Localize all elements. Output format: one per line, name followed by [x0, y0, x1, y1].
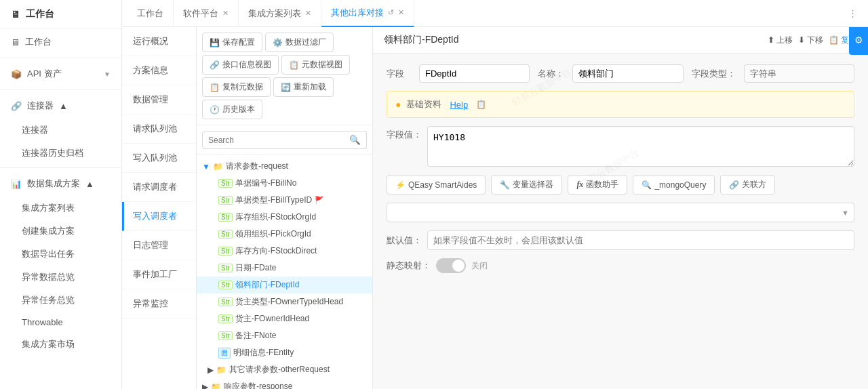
- tree-item-fstockdirect[interactable]: Str 库存方向-FStockDirect: [197, 243, 372, 260]
- expand-icon: ▶: [208, 365, 214, 375]
- tab-workbench[interactable]: 工作台: [127, 0, 174, 27]
- tree-folder-request[interactable]: ▼ 📁 请求参数-request: [197, 158, 372, 175]
- left-nav-write-queue[interactable]: 写入队列池: [122, 144, 196, 173]
- right-panel: 领料部门-FDeptId ⬆ 上移 ⬇ 下移 📋 复制: [373, 27, 868, 389]
- tree-area: ▼ 📁 请求参数-request Str 单据编号-FBillNo Str 单据…: [197, 155, 372, 389]
- tree-item-fnote[interactable]: Str 备注-FNote: [197, 327, 372, 344]
- up-action-button[interactable]: ⬆ 上移: [768, 35, 793, 46]
- sidebar-item-create-integration[interactable]: 创建集成方案: [0, 220, 121, 243]
- toolbar-btn-label: 保存配置: [222, 37, 255, 48]
- field-id-input[interactable]: [419, 64, 530, 83]
- field-value-section: 字段值： HY1018: [387, 126, 854, 167]
- close-icon[interactable]: ✕: [222, 9, 229, 18]
- copy-meta-button[interactable]: 📋 复制元数据: [202, 77, 271, 97]
- function-button[interactable]: fx 函数助手: [568, 175, 627, 194]
- tree-item-label: 备注-FNote: [235, 330, 277, 342]
- search-input[interactable]: [202, 131, 344, 149]
- tab-other-db[interactable]: 其他出库对接 ↺ ✕: [321, 0, 414, 27]
- logo-icon: 🖥: [11, 9, 20, 20]
- save-config-button[interactable]: 💾 保存配置: [202, 33, 262, 52]
- sidebar-item-connector-history[interactable]: 连接器历史归档: [0, 142, 121, 165]
- sidebar-item-anomaly-task[interactable]: 异常任务总览: [0, 289, 121, 312]
- sidebar-item-label: 工作台: [25, 36, 52, 48]
- tree-item-fstockorgid[interactable]: Str 库存组织-FStockOrgId: [197, 209, 372, 226]
- related-button[interactable]: 🔗 关联方: [720, 175, 775, 194]
- data-filter-button[interactable]: ⚙️ 数据过滤厂: [265, 33, 334, 52]
- desc-help-link[interactable]: Help: [450, 100, 468, 110]
- static-mapping-toggle[interactable]: [436, 258, 466, 273]
- tab-label: 软件平台: [183, 7, 218, 20]
- settings-button[interactable]: ⚙: [849, 27, 868, 55]
- type-badge: Str: [218, 264, 233, 272]
- sidebar-item-throwable[interactable]: Throwable: [0, 312, 121, 333]
- tree-folder-response[interactable]: ▶ 📁 响应参数-response: [197, 378, 372, 389]
- meta-view-button[interactable]: 📋 元数据视图: [281, 55, 350, 75]
- reload-button[interactable]: 🔄 重新加载: [273, 77, 334, 97]
- desc-dot-icon: ●: [395, 99, 401, 110]
- variable-button[interactable]: 🔧 变量选择器: [491, 175, 562, 194]
- desc-copy-icon[interactable]: 📋: [476, 100, 486, 109]
- sidebar-item-market[interactable]: 集成方案市场: [0, 333, 121, 356]
- left-nav-request-queue[interactable]: 请求队列池: [122, 115, 196, 144]
- left-nav-data-management[interactable]: 数据管理: [122, 85, 196, 115]
- tree-item-fownerid[interactable]: Str 货主-FOwnerIdHead: [197, 310, 372, 327]
- tree-item-fbillno[interactable]: Str 单据编号-FBillNo: [197, 175, 372, 192]
- left-nav-plan-info[interactable]: 方案信息: [122, 56, 196, 85]
- tab-label: 集成方案列表: [248, 7, 301, 20]
- sidebar-item-anomaly-overview[interactable]: 异常数据总览: [0, 266, 121, 289]
- toolbar-btn-label: 数据过滤厂: [285, 37, 326, 48]
- left-nav-run-overview[interactable]: 运行概况: [122, 27, 196, 56]
- left-nav-log-management[interactable]: 日志管理: [122, 231, 196, 260]
- field-name-input[interactable]: [572, 64, 683, 83]
- middle-panel: 💾 保存配置 ⚙️ 数据过滤厂 🔗 接口信息视图 📋 元数据视图 📋: [197, 27, 373, 389]
- tree-item-label: 单据编号-FBillNo: [235, 178, 297, 189]
- tree-folder-other-request[interactable]: ▶ 📁 其它请求参数-otherRequest: [197, 361, 372, 378]
- tree-item-label: 库存组织-FStockOrgId: [235, 211, 316, 223]
- refresh-icon[interactable]: ↺: [388, 8, 394, 17]
- mongo-query-button[interactable]: 🔍 _mongoQuery: [633, 175, 715, 194]
- toolbar: 💾 保存配置 ⚙️ 数据过滤厂 🔗 接口信息视图 📋 元数据视图 📋: [197, 27, 372, 125]
- sidebar-item-label: 连接器: [27, 100, 54, 112]
- qeasy-button[interactable]: ⚡ QEasy SmartAides: [387, 175, 486, 194]
- tree-item-fentity[interactable]: 囲 明细信息-FEntity: [197, 344, 372, 361]
- sidebar-item-data-integration[interactable]: 📊 数据集成方案 ▲: [0, 171, 121, 197]
- tree-item-fpickorgid[interactable]: Str 领用组织-FPickOrgId: [197, 226, 372, 243]
- static-mapping-row: 静态映射： 关闭: [387, 258, 854, 273]
- sidebar-item-data-export[interactable]: 数据导出任务: [0, 243, 121, 266]
- save-icon: 💾: [210, 38, 220, 47]
- sidebar-sub-item-label: 连接器历史归档: [22, 148, 83, 158]
- field-value-textarea[interactable]: HY1018: [427, 126, 854, 167]
- sidebar-sub-item-label: 集成方案市场: [22, 339, 75, 349]
- tree-item-fdeptid[interactable]: Str 领料部门-FDeptId: [197, 277, 372, 293]
- sidebar-item-api[interactable]: 📦 API 资产 ▼: [0, 61, 121, 87]
- default-value-input[interactable]: [427, 230, 854, 250]
- left-nav-write-scheduler[interactable]: 写入调度者: [122, 202, 196, 231]
- tab-platform[interactable]: 软件平台 ✕: [174, 0, 239, 27]
- close-icon[interactable]: ✕: [305, 9, 311, 18]
- sidebar-item-connector-sub[interactable]: 连接器: [0, 119, 121, 142]
- tree-item-fbilltypeid[interactable]: Str 单据类型-FBillTypeID 🚩: [197, 192, 372, 209]
- search-bar: 🔍: [197, 125, 372, 155]
- static-mapping-text: 关闭: [471, 260, 488, 272]
- expand-icon: ▶: [202, 382, 208, 390]
- sidebar-item-connector[interactable]: 🔗 连接器 ▲: [0, 93, 121, 119]
- dropdown-select[interactable]: [387, 203, 854, 222]
- tab-more-button[interactable]: ⋮: [843, 8, 863, 18]
- sidebar-item-integration-list[interactable]: 集成方案列表: [0, 197, 121, 220]
- interface-view-button[interactable]: 🔗 接口信息视图: [202, 55, 279, 75]
- tab-integration-list[interactable]: 集成方案列表 ✕: [239, 0, 321, 27]
- tree-item-fdate[interactable]: Str 日期-FDate: [197, 260, 372, 277]
- history-button[interactable]: 🕐 历史版本: [202, 100, 262, 119]
- close-icon[interactable]: ✕: [398, 8, 404, 17]
- field-id-label: 字段: [387, 68, 411, 80]
- workbench-icon: 🖥: [11, 37, 20, 47]
- sidebar-item-workbench[interactable]: 🖥 工作台: [0, 29, 121, 55]
- left-nav-request-scheduler[interactable]: 请求调度者: [122, 173, 196, 202]
- left-nav-event-factory[interactable]: 事件加工厂: [122, 260, 196, 289]
- left-nav-anomaly-monitor[interactable]: 异常监控: [122, 289, 196, 319]
- default-value-label: 默认值：: [387, 234, 422, 247]
- field-type-input[interactable]: [744, 64, 854, 83]
- tree-item-fownertype[interactable]: Str 货主类型-FOwnerTypeIdHead: [197, 293, 372, 310]
- down-action-button[interactable]: ⬇ 下移: [798, 35, 823, 46]
- search-button[interactable]: 🔍: [344, 131, 367, 149]
